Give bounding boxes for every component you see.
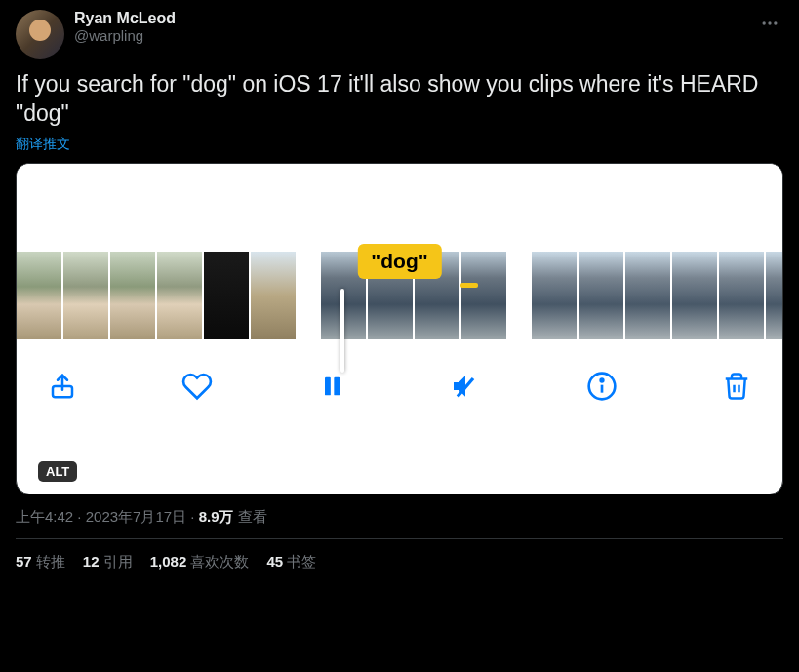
video-thumb [625, 252, 670, 339]
video-clip-group[interactable] [532, 252, 782, 339]
media-card[interactable]: "dog" [16, 163, 783, 494]
display-name[interactable]: Ryan McLeod [74, 10, 746, 27]
tweet-time: 上午4:42 [16, 508, 73, 525]
svg-point-1 [768, 21, 771, 24]
bookmarks-count: 45 [266, 553, 283, 570]
tweet-text: If you search for "dog" on iOS 17 it'll … [16, 70, 783, 129]
video-thumb [719, 252, 764, 339]
svg-point-2 [774, 21, 777, 24]
bookmarks-label: 书签 [287, 553, 316, 570]
trash-icon[interactable] [722, 372, 751, 401]
svg-point-9 [600, 378, 603, 381]
video-thumb [63, 252, 108, 339]
tweet-date: 2023年7月17日 [86, 508, 186, 525]
retweets-stat[interactable]: 57 转推 [16, 553, 65, 572]
share-icon[interactable] [48, 372, 77, 401]
video-thumb [766, 252, 782, 339]
video-thumb [251, 252, 296, 339]
tweet-meta[interactable]: 上午4:42 · 2023年7月17日 · 8.9万 查看 [16, 508, 783, 539]
translate-link[interactable]: 翻译推文 [16, 136, 70, 153]
views-label: 查看 [238, 508, 267, 525]
video-thumb [532, 252, 577, 339]
likes-count: 1,082 [150, 553, 187, 570]
alt-badge[interactable]: ALT [38, 461, 77, 482]
playhead-marker [460, 283, 478, 288]
video-thumb [672, 252, 717, 339]
playhead-line[interactable] [340, 289, 344, 373]
retweets-count: 57 [16, 553, 32, 570]
video-thumb [110, 252, 155, 339]
pause-icon[interactable] [318, 373, 345, 400]
video-thumb [157, 252, 202, 339]
video-thumb [17, 252, 61, 339]
more-icon[interactable] [756, 10, 783, 41]
retweets-label: 转推 [36, 553, 65, 570]
info-icon[interactable] [586, 371, 618, 402]
caption-bubble: "dog" [357, 244, 441, 279]
quotes-count: 12 [83, 553, 100, 570]
mute-icon[interactable] [450, 371, 481, 402]
quotes-label: 引用 [103, 553, 133, 570]
heart-icon[interactable] [181, 371, 213, 402]
video-thumb [204, 252, 249, 339]
views-count: 8.9万 [199, 508, 234, 525]
video-clip-group[interactable] [17, 252, 296, 339]
video-thumb [461, 252, 506, 339]
svg-point-0 [763, 21, 766, 24]
avatar[interactable] [16, 10, 64, 59]
quotes-stat[interactable]: 12 引用 [83, 553, 133, 572]
svg-rect-4 [325, 376, 331, 395]
username[interactable]: @warpling [74, 27, 746, 44]
svg-rect-5 [334, 376, 340, 395]
bookmarks-stat[interactable]: 45 书签 [266, 553, 316, 572]
likes-label: 喜欢次数 [190, 553, 249, 570]
likes-stat[interactable]: 1,082 喜欢次数 [150, 553, 250, 572]
video-thumb [579, 252, 623, 339]
